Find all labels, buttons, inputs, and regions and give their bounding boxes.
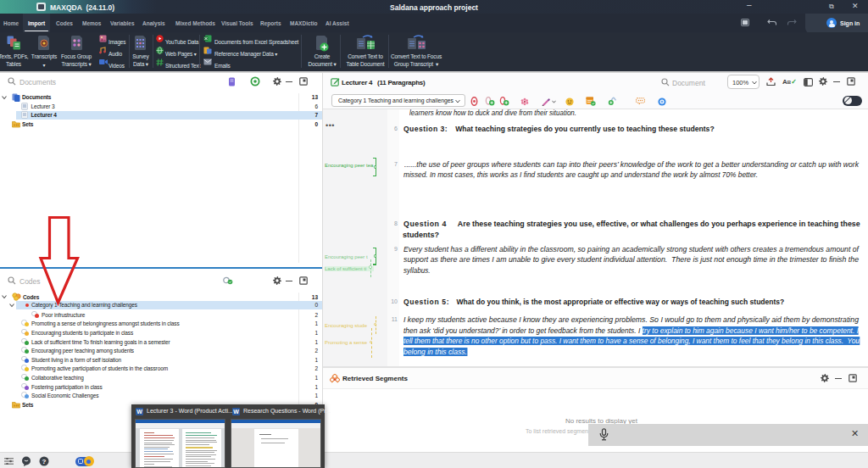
svg-text:?: ?	[42, 458, 47, 465]
